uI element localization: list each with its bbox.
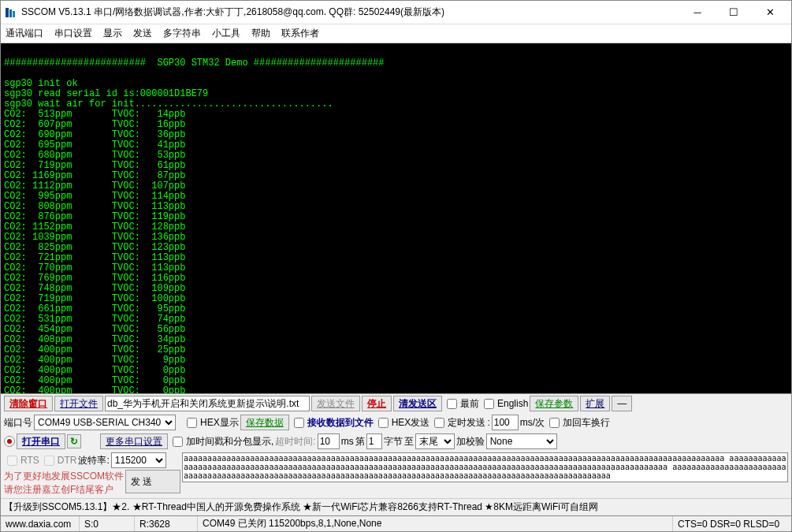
status-com: COM49 已关闭 115200bps,8,1,None,None (198, 516, 673, 531)
menu-settings[interactable]: 串口设置 (54, 27, 92, 40)
open-port-button[interactable]: 打开串口 (17, 433, 65, 449)
menu-tools[interactable]: 小工具 (212, 27, 240, 40)
period-input[interactable] (492, 415, 519, 430)
status-bar: www.daxia.com S:0 R:3628 COM49 已关闭 11520… (1, 515, 791, 531)
send-file-button[interactable]: 发送文件 (311, 396, 360, 411)
more-settings-button[interactable]: 更多串口设置 (100, 433, 168, 449)
port-radio[interactable] (4, 436, 15, 447)
port-select[interactable]: COM49 USB-SERIAL CH340 (34, 415, 176, 430)
close-button[interactable]: ✕ (752, 2, 788, 24)
svg-rect-2 (13, 11, 15, 17)
menu-contact[interactable]: 联系作者 (281, 27, 319, 40)
menubar: 通讯端口 串口设置 显示 发送 多字符串 小工具 帮助 联系作者 (1, 24, 791, 43)
menu-multistring[interactable]: 多字符串 (163, 27, 201, 40)
minus-button[interactable]: — (612, 396, 632, 411)
window-title: SSCOM V5.13.1 串口/网络数据调试器,作者:大虾丁丁,2618058… (21, 6, 679, 19)
maximize-button[interactable]: ☐ (716, 2, 752, 24)
hex-send-checkbox[interactable] (378, 418, 389, 428)
addcrlf-checkbox[interactable] (549, 418, 560, 428)
hex-show-checkbox[interactable] (187, 418, 197, 428)
expand-button[interactable]: 扩展 (580, 396, 610, 411)
dtr-checkbox (44, 456, 54, 466)
svg-rect-1 (9, 9, 12, 17)
timed-send-checkbox[interactable] (434, 418, 444, 428)
promo-text-1: 为了更好地发展SSCOM软件 (4, 470, 124, 483)
check-select[interactable]: None (486, 433, 557, 449)
reload-icon[interactable]: ↻ (67, 434, 81, 448)
send-data-input[interactable]: aaaaaaaaaaaaaaaaaaaaaaaaaaaaaaaaaaaaaaaa… (182, 452, 788, 482)
status-sent: S:0 (80, 516, 135, 531)
english-checkbox[interactable] (484, 399, 494, 409)
clear-send-button[interactable]: 清发送区 (393, 396, 442, 411)
control-panel: 清除窗口 打开文件 发送文件 停止 清发送区 最前 English 保存参数 扩… (1, 393, 791, 515)
save-params-button[interactable]: 保存参数 (530, 396, 578, 411)
promo-text-2: 请您注册嘉立创F结尾客户 (4, 483, 124, 497)
menu-port[interactable]: 通讯端口 (6, 27, 43, 40)
terminal-output: ######################### SGP30 STM32 De… (1, 43, 791, 393)
clear-window-button[interactable]: 清除窗口 (4, 396, 53, 411)
recv-file-checkbox[interactable] (294, 418, 304, 428)
menu-display[interactable]: 显示 (103, 27, 122, 40)
app-icon (4, 6, 17, 19)
top-checkbox[interactable] (447, 399, 457, 409)
titlebar: SSCOM V5.13.1 串口/网络数据调试器,作者:大虾丁丁,2618058… (1, 1, 791, 24)
open-file-button[interactable]: 打开文件 (54, 396, 103, 411)
stop-button[interactable]: 停止 (362, 396, 392, 411)
menu-help[interactable]: 帮助 (251, 27, 270, 40)
promo-bar: 【升级到SSCOM5.13.1】★2. ★RT-Thread中国人的开源免费操作… (1, 498, 791, 515)
timestamp-checkbox[interactable] (173, 437, 183, 447)
timeout-input[interactable] (318, 433, 340, 449)
end-select[interactable]: 末尾 (415, 433, 455, 449)
file-path-input[interactable] (105, 396, 310, 411)
rts-checkbox (7, 456, 17, 466)
save-data-button[interactable]: 保存数据 (240, 415, 289, 430)
status-url: www.daxia.com (1, 516, 80, 531)
status-cts: CTS=0 DSR=0 RLSD=0 (673, 516, 791, 531)
minimize-button[interactable]: ─ (679, 2, 716, 24)
send-button[interactable]: 发 送 (125, 470, 180, 493)
byte-input[interactable] (366, 433, 382, 449)
baud-select[interactable]: 115200 (111, 452, 166, 468)
port-label: 端口号 (4, 416, 32, 430)
menu-send[interactable]: 发送 (133, 27, 152, 40)
status-recv: R:3628 (135, 516, 198, 531)
svg-rect-0 (6, 8, 9, 17)
